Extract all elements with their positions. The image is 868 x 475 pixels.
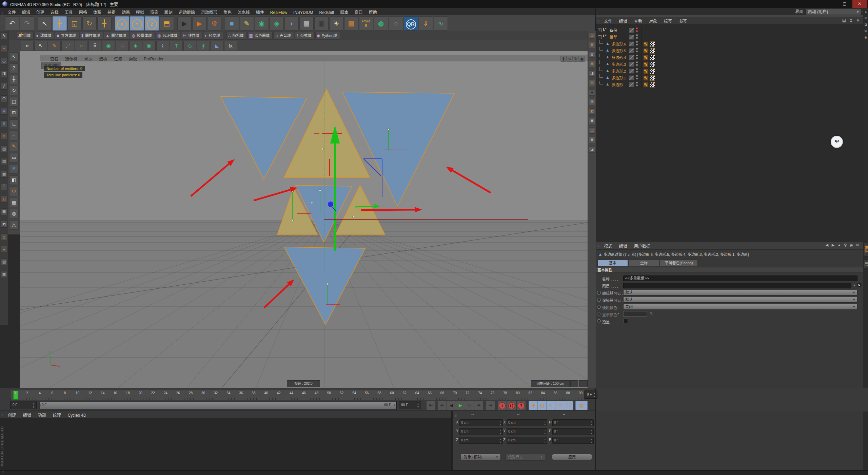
size-Z-field[interactable]: 0 cm▴▾ bbox=[507, 437, 547, 444]
om-menu-文件[interactable]: 文件 bbox=[601, 17, 616, 24]
vp-menu-摄像机[interactable]: 摄像机 bbox=[62, 55, 81, 61]
menu-工具[interactable]: 工具 bbox=[62, 8, 76, 15]
editor-visibility-dot[interactable] bbox=[636, 55, 638, 56]
phong-tag[interactable] bbox=[643, 62, 649, 67]
field-着色器域[interactable]: ▩着色器域 bbox=[248, 32, 273, 40]
radial-clone-icon[interactable]: ◌ bbox=[75, 41, 88, 51]
grid2-icon[interactable]: ▦ bbox=[9, 198, 19, 207]
close-button[interactable]: ✕ bbox=[852, 0, 867, 8]
render-view-button[interactable]: ▶ bbox=[177, 16, 192, 31]
half-square-icon[interactable]: ◧ bbox=[9, 175, 19, 185]
object-row-多边形[interactable]: ▲多边形 bbox=[596, 81, 863, 88]
scale-tool[interactable]: ◱ bbox=[67, 16, 82, 31]
dark-sphere-icon[interactable]: ● bbox=[589, 89, 595, 96]
rs-panel2-icon[interactable]: ◪ bbox=[864, 23, 868, 26]
field-线性域[interactable]: ⊢线性域 bbox=[181, 32, 202, 40]
enable-toggle[interactable] bbox=[629, 82, 634, 87]
range-right-handle[interactable]: › bbox=[394, 403, 395, 407]
light-menu[interactable]: ☀ bbox=[329, 16, 343, 31]
fracture-icon[interactable]: ◈ bbox=[129, 41, 142, 51]
autokey-button[interactable]: ( ) bbox=[507, 401, 516, 410]
menu-选择[interactable]: 选择 bbox=[47, 8, 62, 15]
toolbar-grip[interactable]: ⣿ bbox=[0, 15, 5, 24]
field-随机域[interactable]: ∴随机域 bbox=[226, 32, 247, 40]
display-color-swatch[interactable] bbox=[623, 311, 647, 317]
mesh-icon[interactable]: ▦ bbox=[1, 271, 7, 278]
trail-icon[interactable]: ≀ bbox=[156, 41, 169, 51]
psr-zero[interactable]: PSR0 bbox=[359, 16, 373, 31]
field-圆柱体域[interactable]: ▮圆柱体域 bbox=[80, 32, 103, 40]
om-search-icon[interactable]: ⚲ bbox=[856, 18, 860, 23]
timeline-ruler[interactable]: 0246810121416182022242628303234363840424… bbox=[10, 390, 585, 400]
size-Y-field[interactable]: 0 cm▴▾ bbox=[507, 428, 547, 435]
om-panel-icon[interactable]: ▤ bbox=[842, 18, 846, 23]
attr-forward-icon[interactable]: ▶ bbox=[830, 243, 836, 247]
attr-grip[interactable]: ⣿ bbox=[596, 244, 601, 248]
snap-grid-icon[interactable]: ⊞ bbox=[9, 108, 19, 118]
uvw-tag[interactable] bbox=[650, 75, 655, 81]
rs-panel1-icon[interactable]: ▥ bbox=[864, 16, 868, 20]
om-menu-标签[interactable]: 标签 bbox=[660, 17, 675, 24]
move-axis-icon[interactable]: ╋ bbox=[9, 75, 19, 84]
om-menu-书签[interactable]: 书签 bbox=[675, 17, 690, 24]
editor-visibility-dot[interactable] bbox=[636, 48, 638, 50]
minimize-button[interactable]: – bbox=[823, 0, 837, 8]
spline-effector-icon[interactable]: ⠶ bbox=[21, 41, 34, 51]
mat-menu-创建[interactable]: 创建 bbox=[5, 411, 20, 418]
wrench-icon[interactable]: ⚙ bbox=[1, 133, 7, 140]
uvw-tag[interactable] bbox=[650, 69, 655, 74]
field-径向域[interactable]: ◐径向域 bbox=[203, 32, 223, 40]
layout-e-icon[interactable]: ◨ bbox=[589, 70, 595, 77]
xray-checkbox[interactable] bbox=[623, 319, 628, 323]
layer-browse-button[interactable]: ▸ bbox=[854, 283, 855, 287]
lock-x-axis[interactable]: X bbox=[115, 16, 129, 31]
object-name[interactable]: 多边形.3 bbox=[612, 61, 626, 67]
tri-solid-icon[interactable]: ▲ bbox=[1, 246, 7, 253]
display-tag-menu[interactable]: ▤ bbox=[344, 16, 358, 31]
vp-menu-显示[interactable]: 显示 bbox=[81, 55, 96, 61]
uvw-tag[interactable] bbox=[650, 48, 655, 54]
uvw-tag[interactable] bbox=[650, 55, 655, 60]
attr-tab-坐标[interactable]: 坐标 bbox=[629, 260, 659, 266]
knife-icon[interactable]: ╱ bbox=[1, 83, 7, 90]
object-name[interactable]: 多边形.4 bbox=[612, 55, 626, 60]
editor-visibility-dot[interactable] bbox=[636, 68, 638, 70]
coords-grip[interactable]: ⣿ bbox=[453, 412, 458, 417]
rotate-view-icon[interactable]: ↻ bbox=[9, 86, 19, 95]
render-visibility-dot[interactable] bbox=[636, 64, 638, 66]
menu-动画[interactable]: 动画 bbox=[119, 8, 133, 15]
dots-grid-icon[interactable]: ⠿ bbox=[1, 183, 7, 190]
object-name[interactable]: 多边形.5 bbox=[612, 48, 626, 53]
object-name[interactable]: 多边形.1 bbox=[612, 75, 626, 80]
help-icon[interactable]: ? bbox=[9, 63, 19, 73]
disc-icon[interactable]: ◍ bbox=[9, 209, 19, 218]
object-row-模型[interactable]: −L⁰模型 bbox=[596, 33, 863, 40]
mat-menu-功能[interactable]: 功能 bbox=[35, 411, 50, 418]
mat-menu-纹理[interactable]: 纹理 bbox=[50, 411, 64, 418]
name-input[interactable]: <<多重数值>> bbox=[623, 276, 857, 281]
enable-toggle[interactable] bbox=[629, 75, 634, 80]
primitive-cube-menu[interactable]: ■ bbox=[225, 16, 239, 31]
vp-menu-面板[interactable]: 面板 bbox=[125, 55, 140, 61]
om-menu-编辑[interactable]: 编辑 bbox=[616, 17, 631, 24]
attr-new-icon[interactable]: ⊞ bbox=[855, 243, 860, 247]
rs-panel3-icon[interactable]: ▤ bbox=[864, 29, 868, 33]
om-menu-对象[interactable]: 对象 bbox=[646, 17, 660, 24]
animation-dot[interactable] bbox=[597, 291, 601, 294]
mat-menu-编辑[interactable]: 编辑 bbox=[20, 411, 35, 418]
attr-pick-icon[interactable]: ▲ bbox=[836, 243, 842, 247]
object-name[interactable]: 备份 bbox=[610, 27, 617, 33]
floor-menu[interactable]: ▦ bbox=[299, 16, 314, 31]
divider-bottom[interactable] bbox=[0, 411, 596, 411]
loop-button[interactable]: ↠ bbox=[474, 401, 484, 410]
editor-visibility-dot[interactable] bbox=[636, 27, 638, 29]
cluster-icon[interactable]: ∴ bbox=[116, 41, 129, 51]
menu-创建[interactable]: 创建 bbox=[33, 8, 47, 15]
编辑器可见-select[interactable]: 默认▼ bbox=[623, 290, 857, 296]
object-row-多边形.1[interactable]: ▲多边形.1 bbox=[596, 74, 863, 81]
rs-dot-icon[interactable]: ◉ bbox=[864, 36, 868, 39]
play-button[interactable]: ▶ bbox=[456, 401, 465, 410]
editor-visibility-dot[interactable] bbox=[636, 41, 638, 43]
half-icon[interactable]: ◩ bbox=[1, 221, 7, 228]
checker1-icon[interactable]: ▨ bbox=[1, 158, 7, 165]
